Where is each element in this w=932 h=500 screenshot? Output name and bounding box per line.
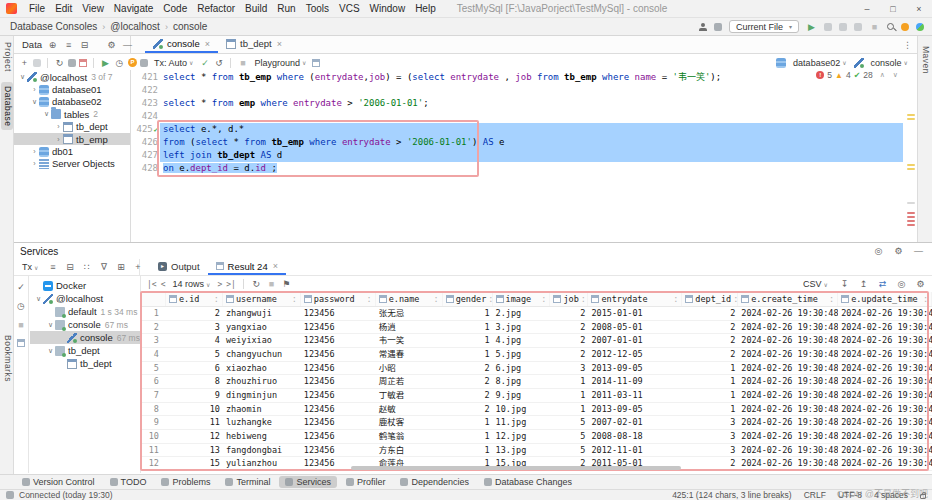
column-header-image[interactable]: image: [493, 292, 551, 306]
services-tree-item-console[interactable]: ∨console67 ms [30, 318, 140, 331]
table-row-3[interactable]: 34weiyixiao123456韦一笑14.jpg22007-01-01220… [141, 334, 932, 348]
column-header-username[interactable]: username: [223, 292, 301, 306]
db-tree-item-db01[interactable]: ›db01 [14, 145, 130, 157]
table-view-icon[interactable] [312, 59, 320, 67]
rollback-icon[interactable]: ↺ [213, 58, 224, 68]
toolwindow-button-problems[interactable]: Problems [155, 476, 216, 488]
toolwindow-button-profiler[interactable]: Profiler [340, 476, 392, 488]
table-row-4[interactable]: 45changyuchun123456常遇春15.jpg22012-12-052… [141, 348, 932, 362]
app-logo-icon[interactable] [6, 3, 17, 14]
close-icon[interactable]: × [273, 261, 278, 271]
cell-job[interactable]: 2 [551, 334, 589, 347]
cell-e-update-time[interactable]: 2024-02-26 19:30:48 [838, 307, 932, 320]
data-source-properties-icon[interactable]: ⊕ [47, 40, 58, 50]
cell-username[interactable]: yangxiao [223, 321, 301, 334]
grid-icon[interactable] [17, 339, 25, 347]
cell-username[interactable]: hebiweng [223, 430, 301, 443]
cell-gender[interactable]: 1 [443, 430, 493, 443]
cell-username[interactable]: yulianzhou [223, 457, 301, 470]
first-page-icon[interactable]: |< [147, 280, 157, 289]
cell-image[interactable]: 12.jpg [493, 430, 551, 443]
close-icon[interactable]: × [906, 4, 932, 14]
expand-all-icon[interactable]: ≡ [63, 40, 74, 50]
cell-e-name[interactable]: 杨逍 [376, 321, 443, 334]
cell-e-update-time[interactable]: 2024-02-26 19:30:48 [838, 430, 932, 443]
cell-e-id[interactable]: 4 [166, 334, 223, 347]
cell-job[interactable]: 2 [551, 348, 589, 361]
cell-e-name[interactable]: 韦一笑 [376, 334, 443, 347]
file-encoding[interactable]: UTF-8 [838, 490, 862, 500]
table-row-8[interactable]: 810zhaomin123456赵敏210.jpg12013-09-051202… [141, 403, 932, 417]
cell-password[interactable]: 123456 [301, 334, 376, 347]
cell-e-id[interactable]: 12 [166, 430, 223, 443]
run-icon[interactable]: ▶ [806, 22, 817, 32]
cell-e-name[interactable]: 方东白 [376, 444, 443, 457]
collapse-all-icon[interactable]: ⊟ [79, 40, 90, 50]
sort-icon[interactable]: : [292, 294, 297, 304]
cell-e-id[interactable]: 10 [166, 403, 223, 416]
cell-e-create-time[interactable]: 2024-02-26 19:30:48 [738, 362, 838, 375]
code-line-424[interactable] [160, 110, 903, 123]
rerun-icon[interactable]: ◷ [16, 301, 27, 311]
cell-job[interactable]: 1 [551, 389, 589, 402]
warning-stripe-mark[interactable] [907, 168, 915, 170]
services-tree-item-console[interactable]: console67 ms [30, 331, 140, 344]
menu-item-refactor[interactable]: Refactor [192, 3, 240, 14]
expander-icon[interactable]: › [54, 123, 63, 130]
db-tree-item-database01[interactable]: ›database01 [14, 83, 130, 95]
services-tree-item-tb-dept[interactable]: tb_dept [30, 357, 140, 370]
column-header-e-update-time[interactable]: e.update_time: [838, 292, 932, 306]
profiler-icon[interactable] [854, 23, 862, 31]
sort-icon[interactable]: : [434, 294, 439, 304]
cell-dept-id[interactable]: 1 [682, 403, 738, 416]
code-editor[interactable]: 421422423424425✔426427428 select * from … [132, 70, 917, 242]
cell-e-update-time[interactable]: 2024-02-26 19:30:48 [838, 375, 932, 388]
preview-icon[interactable]: ◎ [896, 279, 907, 289]
commit-check-icon[interactable]: ✓ [16, 282, 27, 292]
cell-e-update-time[interactable]: 2024-02-26 19:30:48 [838, 348, 932, 361]
cell-e-create-time[interactable]: 2024-02-26 19:30:48 [738, 416, 838, 429]
gear-icon[interactable]: ⚙ [893, 246, 904, 256]
next-prev-error-icons[interactable]: ∧ ∨ [880, 71, 901, 79]
toolwindow-button-terminal[interactable]: Terminal [219, 476, 276, 488]
cell-e-id[interactable]: 5 [166, 348, 223, 361]
services-tree-item-docker[interactable]: Docker [30, 279, 140, 292]
cell-e-create-time[interactable]: 2024-02-26 19:30:48 [738, 457, 838, 470]
expander-icon[interactable]: ∨ [18, 73, 27, 81]
history-icon[interactable]: ◷ [114, 58, 125, 68]
cell-e-name[interactable]: 周芷若 [376, 375, 443, 388]
cell-entrydate[interactable]: 2015-01-01 [588, 307, 682, 320]
db-tree-item-server-objects[interactable]: ›Server Objects [14, 158, 130, 170]
code-line-426[interactable]: from (select * from tb_emp where entryda… [160, 136, 903, 149]
upload-icon[interactable]: ↥ [858, 279, 869, 289]
line-separator[interactable]: CRLF [804, 490, 826, 500]
cell-password[interactable]: 123456 [301, 403, 376, 416]
new-tab-icon[interactable]: ⊞ [115, 262, 126, 272]
tool-window-widget-icon[interactable] [6, 491, 14, 499]
stop-query-icon[interactable]: ■ [237, 58, 248, 68]
cell-e-update-time[interactable]: 2024-02-26 19:30:48 [838, 444, 932, 457]
cell-image[interactable]: 2.jpg [493, 307, 551, 320]
code-line-423[interactable]: select * from emp where entrydate > '200… [160, 97, 903, 110]
execute-icon[interactable]: ▶ [100, 58, 111, 68]
cell-dept-id[interactable]: 2 [682, 348, 738, 361]
cell-username[interactable]: luzhangke [223, 416, 301, 429]
cell-e-id[interactable]: 13 [166, 444, 223, 457]
cell-image[interactable]: 5.jpg [493, 348, 551, 361]
db-tree-item-database02[interactable]: ∨database02 [14, 96, 130, 108]
table-row-1[interactable]: 12zhangwuji123456张无忌12.jpg22015-01-01220… [141, 307, 932, 321]
console-selector[interactable]: console∨ [868, 58, 911, 68]
cell-entrydate[interactable]: 2013-09-05 [588, 362, 682, 375]
menu-item-navigate[interactable]: Navigate [109, 3, 158, 14]
reload-icon[interactable]: ↻ [251, 279, 262, 289]
cell-username[interactable]: weiyixiao [223, 334, 301, 347]
cell-e-id[interactable]: 3 [166, 321, 223, 334]
toolwindow-button-database-changes[interactable]: Database Changes [478, 476, 578, 488]
cell-entrydate[interactable]: 2014-11-09 [588, 375, 682, 388]
cell-e-create-time[interactable]: 2024-02-26 19:30:48 [738, 403, 838, 416]
run-configuration-dropdown[interactable]: Current File▾ [729, 20, 799, 33]
close-icon[interactable]: × [205, 39, 210, 49]
table-row-10[interactable]: 1012hebiweng123456鹤笔翁112.jpg52008-08-183… [141, 430, 932, 444]
db-tree-item-tb-dept[interactable]: ›tb_dept [14, 121, 130, 133]
cell-username[interactable]: fangdongbai [223, 444, 301, 457]
